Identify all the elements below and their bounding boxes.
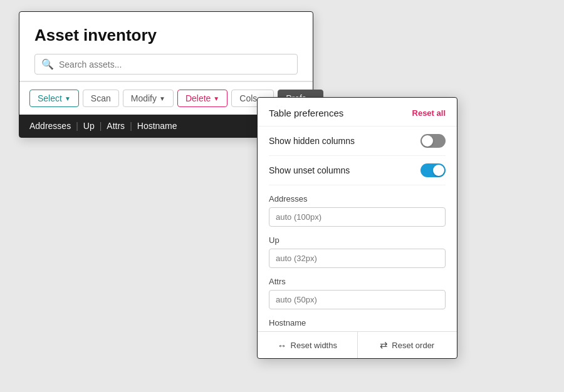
scan-button[interactable]: Scan — [83, 90, 119, 107]
toggle-unset-cols-label: Show unset columns — [269, 165, 350, 175]
delete-caret-icon: ▼ — [213, 95, 219, 102]
reset-all-button[interactable]: Reset all — [412, 108, 446, 118]
col-addresses-label: Addresses — [269, 194, 446, 204]
col-hostname-section: Hostname — [269, 318, 446, 328]
prefs-title: Table preferences — [269, 108, 343, 118]
prefs-footer: ↔ Reset widths ⇄ Reset order — [258, 331, 457, 358]
col-addresses-section: Addresses — [269, 194, 446, 235]
col-attrs-section: Attrs — [269, 277, 446, 318]
col-hostname: Hostname — [137, 121, 177, 131]
col-attrs-input[interactable] — [269, 290, 446, 309]
search-icon: 🔍 — [41, 58, 54, 70]
toggle-hidden-cols-switch[interactable] — [420, 134, 446, 148]
reset-widths-icon: ↔ — [278, 340, 287, 351]
prefs-columns-section: Addresses Up Attrs Hostname — [269, 185, 446, 328]
toggle-unset-cols-switch[interactable] — [420, 163, 446, 177]
page-title: Asset inventory — [34, 26, 298, 45]
modify-caret-icon: ▼ — [159, 95, 165, 102]
col-addresses-input[interactable] — [269, 207, 446, 227]
modify-button[interactable]: Modify ▼ — [123, 90, 174, 107]
col-up-section: Up — [269, 235, 446, 277]
delete-button[interactable]: Delete ▼ — [177, 90, 227, 107]
reset-widths-button[interactable]: ↔ Reset widths — [258, 332, 358, 358]
col-addresses: Addresses — [29, 121, 71, 131]
select-button[interactable]: Select ▼ — [29, 90, 79, 107]
prefs-body: Show hidden columns Show unset columns A… — [258, 126, 457, 328]
col-up-input[interactable] — [269, 249, 446, 268]
col-up-label: Up — [269, 235, 446, 245]
reset-order-icon: ⇄ — [380, 339, 388, 351]
toggle-row-unset-cols: Show unset columns — [269, 156, 446, 185]
col-up: Up — [83, 121, 95, 131]
reset-order-button[interactable]: ⇄ Reset order — [358, 332, 457, 358]
col-attrs: Attrs — [107, 121, 125, 131]
toggle-hidden-cols-label: Show hidden columns — [269, 136, 355, 146]
search-input[interactable] — [59, 59, 291, 70]
col-attrs-label: Attrs — [269, 277, 446, 286]
main-card-header: Asset inventory 🔍 — [19, 12, 313, 82]
prefs-panel: Table preferences Reset all Show hidden … — [257, 97, 457, 359]
prefs-header: Table preferences Reset all — [258, 98, 457, 126]
toggle-row-hidden-cols: Show hidden columns — [269, 126, 446, 156]
col-hostname-label: Hostname — [269, 318, 446, 328]
select-caret-icon: ▼ — [65, 95, 71, 102]
search-bar: 🔍 — [34, 54, 298, 75]
